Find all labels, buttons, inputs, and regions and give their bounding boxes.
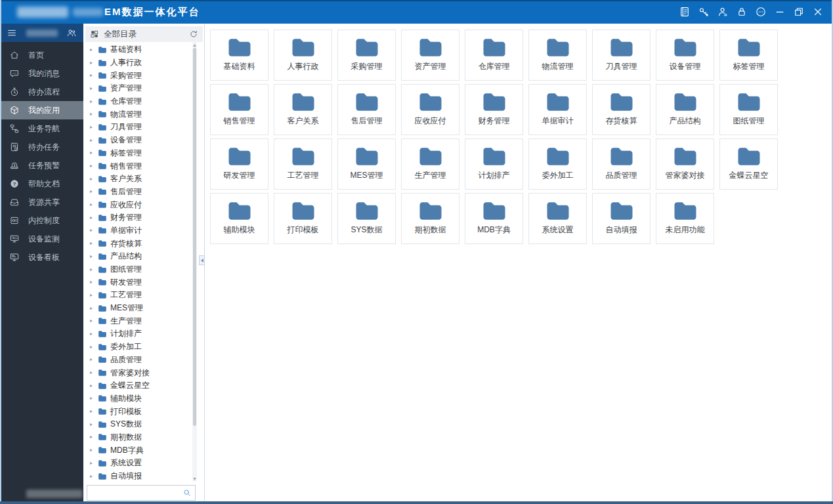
- app-card[interactable]: 辅助模块: [210, 193, 268, 244]
- tree-item[interactable]: ▸ 物流管理: [85, 108, 191, 121]
- chevron-right-icon[interactable]: ▸: [90, 448, 95, 453]
- tree-item[interactable]: ▸ 仓库管理: [85, 95, 191, 108]
- tree-item[interactable]: ▸ 产品结构: [85, 250, 191, 263]
- tree-scrollbar[interactable]: ▲ ▼: [192, 42, 197, 482]
- chevron-right-icon[interactable]: ▸: [90, 202, 95, 207]
- app-card[interactable]: 工艺管理: [274, 138, 332, 190]
- chevron-right-icon[interactable]: ▸: [90, 86, 95, 91]
- scroll-down-icon[interactable]: ▼: [192, 476, 197, 481]
- chevron-right-icon[interactable]: ▸: [90, 112, 95, 117]
- chevron-right-icon[interactable]: ▸: [90, 293, 95, 298]
- tree-item[interactable]: ▸ 管家婆对接: [85, 366, 191, 379]
- app-card[interactable]: MDB字典: [465, 193, 523, 244]
- chevron-right-icon[interactable]: ▸: [90, 345, 95, 350]
- user-icon[interactable]: [717, 6, 729, 18]
- chevron-right-icon[interactable]: ▸: [90, 99, 95, 104]
- app-card[interactable]: 标签管理: [719, 30, 778, 81]
- sidebar-item-business-nav[interactable]: 业务导航: [0, 119, 83, 138]
- sidebar-item-todo-tasks[interactable]: 待办任务: [0, 138, 83, 156]
- chevron-right-icon[interactable]: ▸: [90, 241, 95, 246]
- app-card[interactable]: 管家婆对接: [656, 138, 714, 190]
- chevron-right-icon[interactable]: ▸: [90, 177, 95, 182]
- tree-item[interactable]: ▸ MDB字典: [85, 444, 191, 457]
- app-card[interactable]: 客户关系: [274, 84, 332, 135]
- sidebar-item-internal-control[interactable]: 内控制度: [0, 211, 83, 230]
- app-card[interactable]: 研发管理: [210, 138, 268, 190]
- chevron-right-icon[interactable]: ▸: [90, 189, 95, 194]
- tree-item[interactable]: ▸ 销售管理: [85, 159, 191, 173]
- tree-item[interactable]: ▸ 自动填报: [85, 470, 191, 483]
- tree-item[interactable]: ▸ 图纸管理: [85, 263, 191, 276]
- form-icon[interactable]: [679, 6, 691, 18]
- app-card[interactable]: 未启用功能: [656, 193, 714, 244]
- tree-search-input[interactable]: [91, 488, 182, 498]
- app-card[interactable]: SYS数据: [337, 193, 396, 244]
- app-card[interactable]: 财务管理: [465, 84, 523, 135]
- chevron-right-icon[interactable]: ▸: [90, 228, 95, 233]
- tree-item[interactable]: ▸ 生产管理: [85, 314, 191, 327]
- app-card[interactable]: 销售管理: [210, 84, 268, 135]
- app-card[interactable]: 系统设置: [528, 193, 587, 244]
- tree-item[interactable]: ▸ 设备管理: [85, 134, 191, 147]
- scrollbar-thumb[interactable]: [193, 48, 196, 426]
- chevron-right-icon[interactable]: ▸: [90, 163, 95, 169]
- chevron-right-icon[interactable]: ▸: [90, 267, 95, 272]
- sidebar-item-pending-flows[interactable]: 待办流程: [0, 83, 83, 101]
- chevron-right-icon[interactable]: ▸: [90, 150, 95, 156]
- sidebar-item-resource-share[interactable]: 资源共享: [0, 193, 83, 211]
- close-icon[interactable]: [812, 6, 824, 18]
- sidebar-item-task-alerts[interactable]: 任务预警: [0, 156, 83, 175]
- tree-item[interactable]: ▸ 刀具管理: [85, 121, 191, 134]
- chevron-right-icon[interactable]: ▸: [90, 461, 95, 466]
- chevron-right-icon[interactable]: ▸: [90, 422, 95, 427]
- chevron-right-icon[interactable]: ▸: [90, 215, 95, 220]
- tree-item[interactable]: ▸ 基础资料: [85, 43, 191, 56]
- lock-icon[interactable]: [736, 6, 748, 18]
- tree-item[interactable]: ▸ 委外加工: [85, 341, 191, 354]
- chevron-right-icon[interactable]: ▸: [90, 280, 95, 285]
- app-card[interactable]: 存货核算: [592, 84, 651, 135]
- chevron-right-icon[interactable]: ▸: [90, 409, 95, 414]
- tree-item[interactable]: ▸ 客户关系: [85, 173, 191, 186]
- app-card[interactable]: 打印模板: [274, 193, 332, 244]
- tree-item[interactable]: ▸ 存货核算: [85, 237, 191, 250]
- app-card[interactable]: 售后管理: [337, 84, 396, 135]
- tree-item[interactable]: ▸ 系统设置: [85, 457, 191, 470]
- more-icon[interactable]: [755, 6, 767, 18]
- sidebar-item-help-docs[interactable]: ? 帮助文档: [0, 175, 83, 193]
- app-card[interactable]: 资产管理: [401, 30, 459, 81]
- tree-item[interactable]: ▸ 财务管理: [85, 211, 191, 224]
- app-card[interactable]: 产品结构: [656, 84, 714, 135]
- chevron-right-icon[interactable]: ▸: [90, 138, 95, 143]
- chevron-right-icon[interactable]: ▸: [90, 331, 95, 337]
- app-card[interactable]: 仓库管理: [465, 30, 523, 81]
- tree-item[interactable]: ▸ 标签管理: [85, 147, 191, 160]
- chevron-right-icon[interactable]: ▸: [90, 357, 95, 362]
- tree-item[interactable]: ▸ 研发管理: [85, 276, 191, 289]
- chevron-right-icon[interactable]: ▸: [90, 434, 95, 440]
- chevron-right-icon[interactable]: ▸: [90, 318, 95, 324]
- chevron-right-icon[interactable]: ▸: [90, 47, 95, 52]
- app-card[interactable]: 期初数据: [401, 193, 459, 244]
- refresh-icon[interactable]: [189, 30, 198, 39]
- app-card[interactable]: 采购管理: [337, 30, 396, 81]
- tree-item[interactable]: ▸ 单据审计: [85, 224, 191, 238]
- panel-collapse-handle[interactable]: [199, 255, 205, 265]
- app-card[interactable]: 品质管理: [592, 138, 651, 190]
- app-card[interactable]: 委外加工: [528, 138, 587, 190]
- app-card[interactable]: 刀具管理: [592, 30, 651, 81]
- app-card[interactable]: 应收应付: [401, 84, 459, 135]
- minimize-icon[interactable]: [774, 6, 786, 18]
- tree-item[interactable]: ▸ 工艺管理: [85, 289, 191, 302]
- chevron-right-icon[interactable]: ▸: [90, 383, 95, 388]
- app-card[interactable]: 基础资料: [210, 30, 268, 81]
- app-card[interactable]: 生产管理: [401, 138, 459, 190]
- team-icon[interactable]: [66, 28, 77, 38]
- sidebar-item-device-board[interactable]: 设备看板: [0, 248, 83, 266]
- sidebar-item-device-monitor[interactable]: 设备监测: [0, 230, 83, 248]
- tree-item[interactable]: ▸ SYS数据: [85, 418, 191, 431]
- app-card[interactable]: 金蝶云星空: [719, 138, 778, 190]
- chevron-right-icon[interactable]: ▸: [90, 254, 95, 259]
- chevron-right-icon[interactable]: ▸: [90, 60, 95, 66]
- tree-item[interactable]: ▸ 辅助模块: [85, 392, 191, 406]
